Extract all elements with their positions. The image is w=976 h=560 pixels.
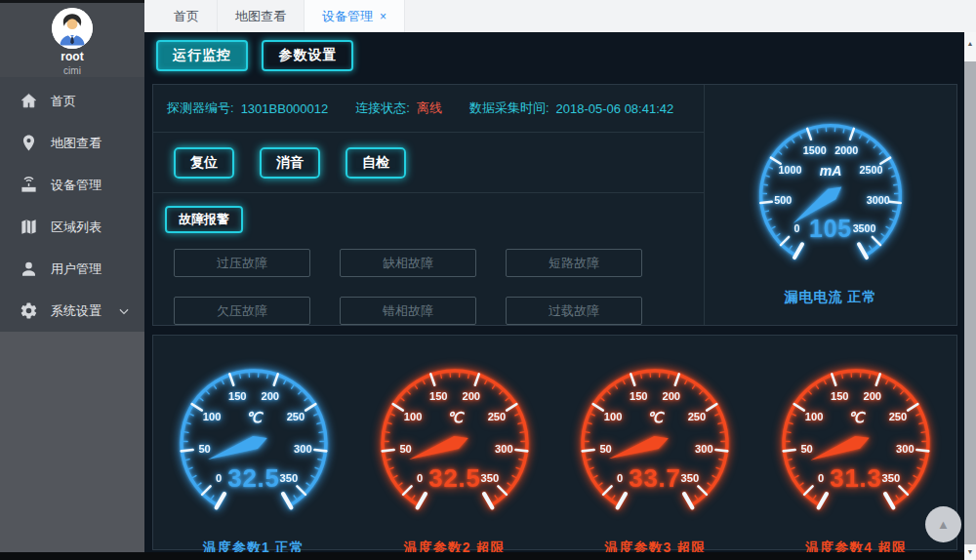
detector-info-row: 探测器编号: 1301BB000012 连接状态: 离线 数据采集时间: 201… [153,85,704,133]
temperature-gauge-box: 050100150200250300350℃32.5 温度参数1 正常 [170,336,338,549]
detector-column: 探测器编号: 1301BB000012 连接状态: 离线 数据采集时间: 201… [153,85,705,325]
svg-text:300: 300 [495,443,513,455]
mute-button[interactable]: 消音 [260,147,320,179]
svg-text:0: 0 [417,472,423,484]
svg-text:250: 250 [889,411,908,422]
sidebar-footer [0,332,144,552]
sidebar-item-device-management[interactable]: 设备管理 [0,164,144,206]
svg-text:250: 250 [287,411,305,422]
temperature-gauge-1: 050100150200250300350℃32.5 [170,359,338,527]
control-buttons-row: 复位 消音 自检 [153,133,704,193]
device-icon [20,176,38,194]
svg-text:350: 350 [681,472,700,484]
svg-text:250: 250 [487,411,506,422]
svg-text:300: 300 [294,443,312,455]
sidebar-item-label: 首页 [51,93,76,110]
close-icon[interactable]: × [380,10,386,23]
sidebar-item-area-list[interactable]: 区域列表 [0,206,144,248]
reset-button[interactable]: 复位 [174,147,234,179]
sidebar-item-label: 用户管理 [51,260,102,278]
svg-text:250: 250 [688,411,707,422]
collect-time-label: 数据采集时间: [469,100,549,117]
tab-home[interactable]: 首页 [156,0,218,32]
home-icon [20,92,38,110]
svg-text:℃: ℃ [647,410,666,425]
svg-text:200: 200 [864,390,882,402]
leak-current-gauge: 0500100015002000250030003500mA105 [750,114,912,276]
fault-alarm-header-button[interactable]: 故障报警 [165,206,243,233]
sidebar-item-home[interactable]: 首页 [0,80,144,122]
fault-phase-loss-button[interactable]: 缺相故障 [340,249,476,277]
self-test-button[interactable]: 自检 [346,147,406,179]
svg-text:200: 200 [462,390,480,402]
svg-text:350: 350 [882,472,901,484]
temperature-gauge-box: 050100150200250300350℃31.3 温度参数4 超限 [772,336,940,549]
tab-bar: 首页 地图查看 设备管理× [144,0,976,32]
fault-undervoltage-button[interactable]: 欠压故障 [174,297,310,325]
leak-current-column: 0500100015002000250030003500mA105 漏电电流 正… [705,85,956,325]
svg-text:50: 50 [198,443,210,455]
temperature-gauge-box: 050100150200250300350℃32.5 温度参数2 超限 [371,336,539,549]
svg-text:0: 0 [617,472,623,484]
svg-text:300: 300 [695,443,713,455]
svg-text:50: 50 [399,443,411,455]
svg-text:℃: ℃ [246,410,264,425]
svg-text:150: 150 [630,390,648,402]
temperature-gauge-3: 050100150200250300350℃33.7 [571,359,739,527]
fault-short-circuit-button[interactable]: 短路故障 [506,249,642,277]
svg-text:℃: ℃ [446,410,465,425]
temperature-gauge-2: 050100150200250300350℃32.5 [371,359,539,527]
fault-overload-button[interactable]: 过载故障 [506,297,642,325]
sidebar-menu: 首页 地图查看 设备管理 区域列表 [0,80,144,332]
svg-text:100: 100 [403,411,422,422]
svg-text:0: 0 [793,222,799,234]
svg-text:32.5: 32.5 [227,464,280,492]
chevron-down-icon [117,304,131,318]
scrollbar-up-button[interactable]: ▲ [964,32,976,61]
fault-phase-error-button[interactable]: 错相故障 [340,297,476,325]
scrollbar[interactable]: ▲ ▼ [964,32,976,560]
temperature-gauge-box: 050100150200250300350℃33.7 温度参数3 超限 [571,336,739,549]
sidebar-item-label: 系统设置 [51,302,102,320]
svg-text:50: 50 [600,443,612,455]
svg-text:300: 300 [896,443,915,455]
sidebar-item-map-view[interactable]: 地图查看 [0,122,144,164]
svg-text:2500: 2500 [859,164,882,176]
back-to-top-button[interactable]: ▲ [925,506,961,542]
svg-text:200: 200 [663,390,681,402]
svg-text:℃: ℃ [848,410,867,425]
svg-text:100: 100 [805,411,824,422]
arrow-up-icon: ▲ [937,518,950,531]
sidebar-item-user-management[interactable]: 用户管理 [0,248,144,290]
scrollbar-down-button[interactable]: ▼ [964,544,976,560]
svg-text:1000: 1000 [779,164,802,176]
user-avatar-icon [52,8,93,49]
run-monitor-button[interactable]: 运行监控 [156,40,248,71]
user-icon [20,260,38,278]
tab-map-view[interactable]: 地图查看 [218,0,305,32]
svg-text:0: 0 [818,472,824,484]
svg-text:33.7: 33.7 [630,464,682,492]
user-panel: root cimi [0,0,144,77]
svg-text:2000: 2000 [834,144,858,156]
monitor-panel: 探测器编号: 1301BB000012 连接状态: 离线 数据采集时间: 201… [152,84,957,326]
gear-icon [20,301,38,320]
user-subtitle: cimi [0,65,144,76]
tab-device-management[interactable]: 设备管理× [305,0,405,32]
svg-text:105: 105 [809,215,852,242]
main-content: 运行监控 参数设置 探测器编号: 1301BB000012 连接状态: 离线 数… [144,32,964,552]
svg-text:150: 150 [429,390,448,402]
sidebar-item-label: 地图查看 [51,135,102,152]
detector-id-label: 探测器编号: [167,100,234,117]
temperature-gauge-4: 050100150200250300350℃31.3 [772,359,940,527]
tab-label: 地图查看 [235,9,286,23]
fault-overvoltage-button[interactable]: 过压故障 [174,249,310,277]
tab-label: 首页 [174,9,199,23]
temperature-panel: 050100150200250300350℃32.5 温度参数1 正常 0501… [152,335,957,550]
svg-text:500: 500 [774,194,792,206]
svg-text:200: 200 [261,390,279,402]
sidebar-item-label: 设备管理 [51,177,102,194]
svg-text:3500: 3500 [853,222,876,234]
sidebar-item-system-settings[interactable]: 系统设置 [0,290,144,332]
param-settings-button[interactable]: 参数设置 [262,40,353,71]
